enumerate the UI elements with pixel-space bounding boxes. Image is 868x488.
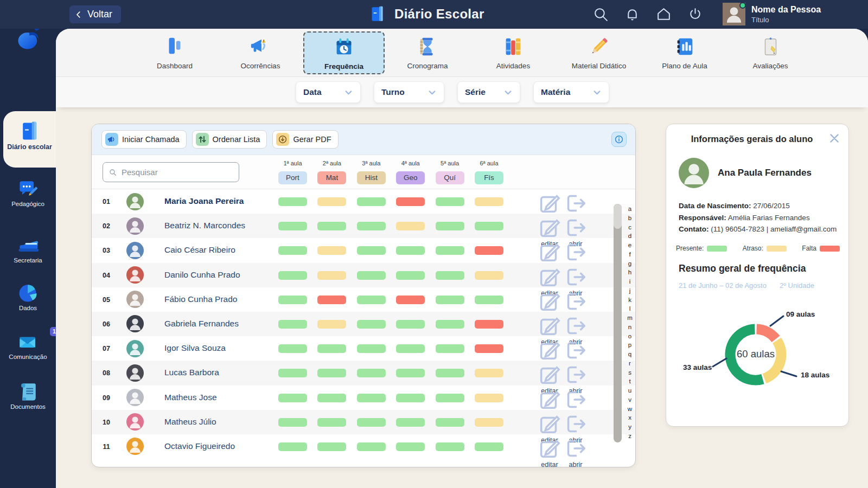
sort-list-button[interactable]: Ordenar Lista [192, 130, 267, 149]
tab-atividades[interactable]: Atividades [470, 29, 556, 76]
search-box[interactable] [103, 162, 239, 182]
alphabet-letter[interactable]: w [624, 404, 635, 414]
student-name[interactable]: Lucas Barbora [164, 368, 219, 377]
alphabet-letter[interactable]: r [624, 359, 635, 368]
alphabet-letter[interactable]: m [624, 313, 635, 323]
alphabet-letter[interactable]: d [624, 232, 635, 241]
alphabet-letter[interactable]: f [624, 250, 635, 259]
attendance-pill-presente[interactable] [436, 320, 464, 329]
student-name[interactable]: Danilo Cunha Prado [164, 270, 240, 280]
attendance-pill-presente[interactable] [436, 296, 464, 304]
attendance-pill-atraso[interactable] [475, 418, 503, 427]
attendance-pill-presente[interactable] [278, 442, 307, 451]
attendance-pill-presente[interactable] [278, 197, 307, 206]
sidebar-item-comunicacao[interactable]: 1Comunicação [0, 330, 56, 360]
student-name[interactable]: Matheus Jose [164, 393, 217, 402]
tab-avaliacoes[interactable]: Avaliações [727, 29, 813, 76]
subject-pill[interactable]: Fís [475, 171, 503, 184]
attendance-pill-presente[interactable] [436, 197, 464, 206]
attendance-pill-presente[interactable] [357, 418, 386, 427]
subject-pill[interactable]: Quí [436, 171, 464, 184]
student-name[interactable]: Caio César Ribeiro [164, 245, 235, 255]
attendance-pill-falta[interactable] [475, 246, 503, 255]
alphabet-letter[interactable]: l [624, 304, 635, 313]
filter-data[interactable]: Data [296, 81, 361, 103]
subject-pill[interactable]: Hist [357, 171, 386, 184]
attendance-pill-presente[interactable] [436, 246, 464, 255]
attendance-pill-presente[interactable] [317, 442, 346, 451]
info-button[interactable] [611, 132, 627, 147]
alphabet-letter[interactable]: c [624, 223, 635, 232]
sidebar-item-documentos[interactable]: Documentos [0, 380, 56, 410]
attendance-pill-presente[interactable] [396, 418, 425, 427]
attendance-pill-falta[interactable] [475, 320, 503, 329]
student-name[interactable]: Fábio Cunha Prado [164, 294, 237, 304]
attendance-pill-presente[interactable] [357, 442, 386, 451]
alphabet-letter[interactable]: o [624, 332, 635, 341]
attendance-pill-falta[interactable] [475, 344, 503, 353]
alphabet-letter[interactable]: a [624, 204, 635, 214]
attendance-pill-presente[interactable] [357, 320, 386, 329]
sidebar-item-pedagogico[interactable]: Pedagógico [0, 177, 56, 207]
student-name[interactable]: Maria Joana Pereira [164, 196, 244, 206]
attendance-pill-presente[interactable] [278, 344, 307, 353]
alphabet-letter[interactable]: g [624, 259, 635, 268]
attendance-pill-presente[interactable] [357, 369, 386, 377]
bell-icon[interactable] [624, 6, 641, 23]
filter-turno[interactable]: Turno [374, 81, 444, 103]
tab-plano-de-aula[interactable]: Plano de Aula [642, 29, 727, 76]
search-input[interactable] [122, 168, 233, 177]
filter-serie[interactable]: Série [457, 81, 520, 103]
attendance-pill-presente[interactable] [436, 271, 464, 280]
alphabet-letter[interactable]: b [624, 214, 635, 223]
alphabet-letter[interactable]: z [624, 432, 635, 441]
attendance-pill-atraso[interactable] [317, 320, 346, 329]
filter-materia[interactable]: Matéria [533, 81, 609, 103]
edit-button[interactable]: editar [537, 436, 562, 468]
attendance-pill-presente[interactable] [278, 418, 307, 427]
alphabet-letter[interactable]: q [624, 350, 635, 359]
alphabet-letter[interactable]: p [624, 341, 635, 350]
student-name[interactable]: Beatriz N. Marcondes [164, 221, 245, 230]
attendance-pill-atraso[interactable] [317, 246, 346, 255]
student-name[interactable]: Octavio Figueiredo [164, 441, 235, 451]
attendance-pill-atraso[interactable] [475, 271, 503, 280]
generate-pdf-button[interactable]: Gerar PDF [272, 130, 338, 149]
attendance-pill-presente[interactable] [357, 271, 386, 280]
tab-ocorrencias[interactable]: Ocorrências [218, 29, 303, 76]
student-name[interactable]: Igor Silva Souza [164, 343, 226, 353]
attendance-pill-presente[interactable] [396, 394, 425, 402]
alphabet-letter[interactable]: j [624, 286, 635, 296]
back-button[interactable]: Voltar [69, 5, 121, 23]
tab-material-didatico[interactable]: Material Didático [556, 29, 642, 76]
attendance-pill-presente[interactable] [317, 222, 346, 230]
subject-pill[interactable]: Port [278, 171, 307, 184]
attendance-pill-presente[interactable] [357, 222, 386, 230]
subject-pill[interactable]: Geo [396, 171, 425, 184]
attendance-pill-presente[interactable] [357, 296, 386, 304]
alphabet-letter[interactable]: u [624, 386, 635, 395]
attendance-pill-presente[interactable] [357, 246, 386, 255]
attendance-pill-presente[interactable] [475, 222, 503, 230]
alphabet-letter[interactable]: v [624, 395, 635, 404]
attendance-pill-presente[interactable] [278, 394, 307, 402]
attendance-pill-atraso[interactable] [475, 369, 503, 377]
user-menu[interactable]: Nome da Pessoa Título [723, 3, 821, 25]
alphabet-letter[interactable]: h [624, 268, 635, 277]
alphabet-letter[interactable]: i [624, 277, 635, 286]
attendance-pill-presente[interactable] [396, 442, 425, 451]
attendance-pill-presente[interactable] [278, 296, 307, 304]
attendance-pill-atraso[interactable] [475, 394, 503, 402]
open-button[interactable]: abrir [563, 436, 588, 468]
attendance-pill-presente[interactable] [357, 394, 386, 402]
alphabet-letter[interactable]: s [624, 368, 635, 377]
attendance-pill-atraso[interactable] [317, 197, 346, 206]
alphabet-letter[interactable]: e [624, 241, 635, 250]
attendance-pill-presente[interactable] [436, 442, 464, 451]
attendance-pill-atraso[interactable] [475, 197, 503, 206]
attendance-pill-presente[interactable] [475, 296, 503, 304]
attendance-pill-presente[interactable] [278, 246, 307, 255]
alphabet-letter[interactable]: x [624, 413, 635, 422]
close-icon[interactable] [828, 132, 840, 144]
attendance-pill-presente[interactable] [317, 344, 346, 353]
